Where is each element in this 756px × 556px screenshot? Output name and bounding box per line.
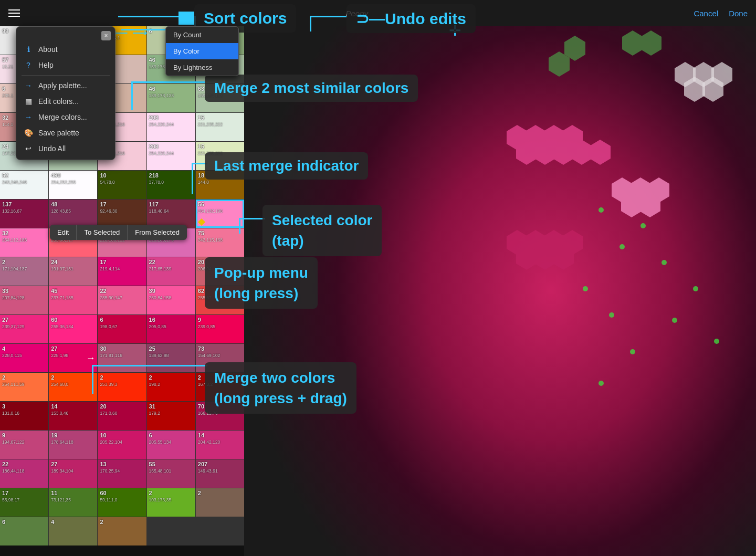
sort-right-button[interactable]: ⟶	[132, 26, 148, 39]
palette-cell-79[interactable]: 207149,43,91	[196, 459, 244, 488]
palette-cell-23[interactable]: 203254,220,244	[147, 142, 195, 170]
palette-cell-74[interactable]: 14204,42,120	[196, 431, 244, 459]
palette-cell-32[interactable]: 1792,46,30	[98, 200, 146, 228]
palette-cell-64[interactable]: 2167,3,2	[196, 373, 244, 401]
menu-item-1[interactable]: ?Help	[16, 57, 115, 73]
palette-cell-65[interactable]: 3131,0,16	[0, 402, 48, 430]
context-edit-button[interactable]: Edit	[50, 225, 77, 240]
palette-cell-19[interactable]: 15221,235,222	[196, 113, 244, 141]
palette-cell-33[interactable]: 117118,40,64	[147, 200, 195, 228]
palette-cell-58[interactable]: 25139,62,98	[147, 344, 195, 372]
palette-cell-39[interactable]: 75242,115,168	[196, 228, 244, 257]
palette-cell-54[interactable]: 9239,0,85	[196, 315, 244, 343]
menu-item-0[interactable]: ℹAbout	[16, 41, 115, 57]
palette-cell-59[interactable]: 73154,69,102	[196, 344, 244, 372]
palette-cell-47[interactable]: 22235,90,147	[98, 286, 146, 314]
palette-cell-73[interactable]: 6205,55,134	[147, 431, 195, 459]
palette-cell-67[interactable]: 20171,0,60	[98, 402, 146, 430]
palette-cell-75[interactable]: 22186,44,118	[0, 459, 48, 488]
sort-option-by-count[interactable]: By Count	[166, 27, 238, 43]
cell-count-51: 60	[51, 317, 57, 323]
context-to-selected-button[interactable]: To Selected	[77, 225, 128, 240]
menu-item-2[interactable]: →Apply palette...	[16, 78, 115, 93]
palette-cell-13[interactable]: 46139,178,133	[147, 84, 195, 112]
palette-cell-29[interactable]: 18144,0	[196, 171, 244, 199]
menu-button[interactable]	[8, 9, 20, 17]
palette-cell-82[interactable]: 6059,111,0	[98, 488, 146, 517]
palette-cell-53[interactable]: 16205,0,85	[147, 315, 195, 343]
palette-cell-44[interactable]: 20206,94	[196, 257, 244, 286]
cell-count-41: 24	[51, 259, 57, 266]
palette-cell-24[interactable]: 15221,235,222	[196, 142, 244, 170]
palette-cell-56[interactable]: 27228,1,98→	[49, 344, 97, 372]
palette-cell-30[interactable]: 137132,16,67	[0, 200, 48, 228]
palette-cell-45[interactable]: 33207,84,128	[0, 286, 48, 314]
palette-cell-26[interactable]: 490254,252,255	[49, 171, 97, 199]
palette-cell-42[interactable]: 17219,4,114	[98, 257, 146, 286]
merge-arrow-icon: →	[86, 353, 95, 364]
palette-cell-66[interactable]: 14153,0,46	[49, 402, 97, 430]
svg-marker-17	[590, 140, 611, 165]
sort-option-by-color[interactable]: By Color	[166, 43, 238, 59]
palette-cell-69[interactable]: 70166,15,76	[196, 402, 244, 430]
cancel-button[interactable]: Cancel	[694, 9, 718, 18]
sort-option-by-lightness[interactable]: By Lightness	[166, 59, 238, 76]
palette-cell-43[interactable]: 22217,65,139	[147, 257, 195, 286]
context-from-selected-button[interactable]: From Selected	[128, 225, 187, 240]
menu-item-5[interactable]: 🎨Save palette	[16, 125, 115, 141]
palette-cell-81[interactable]: 1173,121,35	[49, 488, 97, 517]
palette-cell-72[interactable]: 10205,22,104	[98, 431, 146, 459]
palette-cell-55[interactable]: 4228,0,115	[0, 344, 48, 372]
menu-item-4[interactable]: →Merge colors...	[16, 109, 115, 125]
palette-cell-40[interactable]: 2171,104,137	[0, 257, 48, 286]
menu-item-6[interactable]: ↩Undo All	[16, 141, 115, 156]
palette-cell-46[interactable]: 45237,71,135	[49, 286, 97, 314]
palette-cell-18[interactable]: 203254,220,244	[147, 113, 195, 141]
menu-close-button[interactable]: ×	[101, 31, 111, 40]
done-button[interactable]: Done	[729, 9, 748, 18]
palette-cell-63[interactable]: 2198,2	[147, 373, 195, 401]
palette-cell-50[interactable]: 27239,37,129	[0, 315, 48, 343]
palette-cell-80[interactable]: 1755,98,17	[0, 488, 48, 517]
palette-cell-84[interactable]: 2	[196, 488, 244, 517]
palette-cell-70[interactable]: 9194,67,122	[0, 431, 48, 459]
palette-cell-86[interactable]: 4	[49, 517, 97, 545]
cell-rgb-26: 254,252,255	[51, 180, 76, 185]
palette-cell-60[interactable]: 2254,111,59	[0, 373, 48, 401]
palette-cell-28[interactable]: 21837,78,0	[147, 171, 195, 199]
cell-count-81: 11	[51, 490, 57, 497]
palette-cell-14[interactable]: 63169,194,163	[196, 84, 244, 112]
palette-cell-41[interactable]: 24191,97,131	[49, 257, 97, 286]
menu-item-3[interactable]: ▦Edit colors...	[16, 93, 115, 109]
palette-cell-71[interactable]: 19178,64,118	[49, 431, 97, 459]
palette-cell-35[interactable]: 32254,112,186	[0, 228, 48, 257]
menu-item-label-2: Apply palette...	[38, 81, 87, 90]
cell-count-31: 48	[51, 201, 57, 208]
palette-cell-34[interactable]: 56254,132,196	[196, 200, 244, 228]
palette-cell-85[interactable]: 6	[0, 517, 48, 545]
palette-cell-27[interactable]: 1054,78,0	[98, 171, 146, 199]
palette-cell-76[interactable]: 27189,34,104	[49, 459, 97, 488]
cell-rgb-65: 131,0,16	[2, 411, 19, 416]
palette-cell-87[interactable]: 2	[98, 517, 146, 545]
palette-cell-61[interactable]: 2254,68,0	[49, 373, 97, 401]
cell-count-82: 60	[100, 490, 106, 497]
palette-cell-62[interactable]: 2253,39,3	[98, 373, 146, 401]
cell-rgb-62: 253,39,3	[100, 382, 117, 387]
cell-count-63: 2	[149, 374, 152, 381]
dropdown-menu: × ℹAbout?Help→Apply palette...▦Edit colo…	[16, 26, 116, 160]
palette-cell-51[interactable]: 60255,36,134	[49, 315, 97, 343]
palette-cell-83[interactable]: 2103,176,35	[147, 488, 195, 517]
palette-cell-68[interactable]: 31179,2	[147, 402, 195, 430]
cell-rgb-83: 103,176,35	[149, 497, 172, 502]
palette-cell-31[interactable]: 48128,43,85	[49, 200, 97, 228]
palette-cell-57[interactable]: 30171,81,116	[98, 344, 146, 372]
palette-cell-77[interactable]: 13170,25,94	[98, 459, 146, 488]
palette-cell-25[interactable]: 52240,246,246	[0, 171, 48, 199]
palette-cell-52[interactable]: 6198,0,67	[98, 315, 146, 343]
cell-rgb-29: 144,0	[198, 180, 209, 185]
palette-cell-48[interactable]: 39250,84,158	[147, 286, 195, 314]
palette-cell-49[interactable]: 62255,67	[196, 286, 244, 314]
palette-cell-78[interactable]: 55165,48,101	[147, 459, 195, 488]
cell-count-32: 17	[100, 201, 106, 208]
